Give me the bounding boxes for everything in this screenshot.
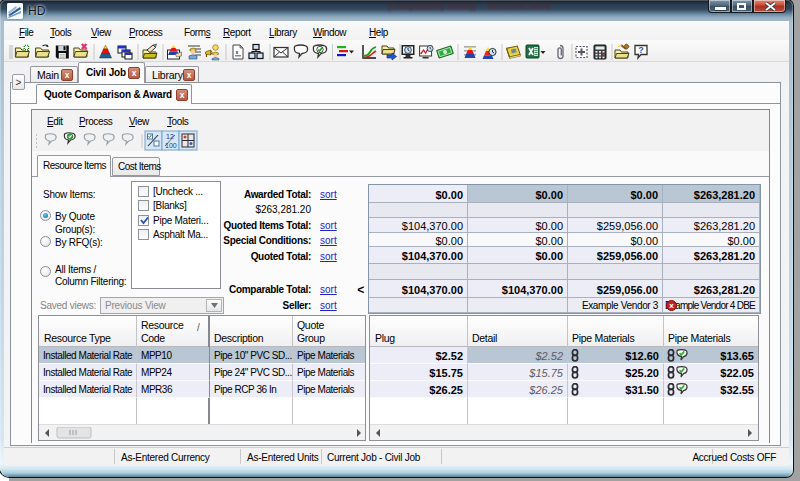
svg-text:100: 100	[165, 142, 177, 149]
svg-text:12: 12	[166, 133, 174, 140]
svg-text:?: ?	[638, 45, 644, 55]
